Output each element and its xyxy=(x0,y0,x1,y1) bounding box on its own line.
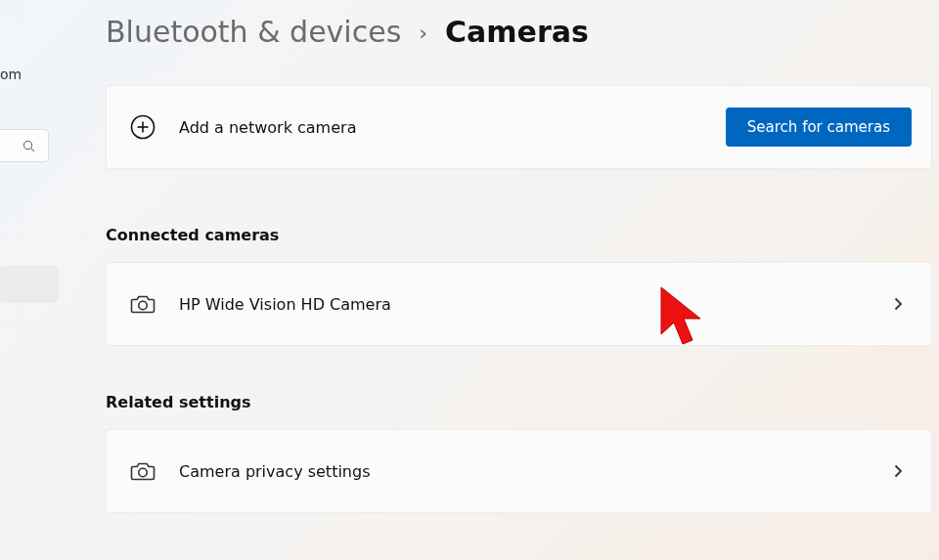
svg-point-0 xyxy=(24,141,32,149)
svg-point-5 xyxy=(139,301,147,309)
camera-icon xyxy=(130,291,156,317)
search-icon xyxy=(22,139,36,153)
breadcrumb: Bluetooth & devices › Cameras xyxy=(106,16,932,48)
add-network-camera-label: Add a network camera xyxy=(179,118,726,137)
camera-privacy-settings-row[interactable]: Camera privacy settings xyxy=(106,429,932,513)
breadcrumb-current: Cameras xyxy=(445,16,589,48)
chevron-right-icon: › xyxy=(419,21,427,45)
related-settings-heading: Related settings xyxy=(106,393,932,411)
camera-icon xyxy=(130,458,156,484)
connected-camera-row[interactable]: HP Wide Vision HD Camera xyxy=(106,262,932,346)
chevron-right-icon xyxy=(890,463,906,479)
svg-point-6 xyxy=(139,468,147,476)
svg-line-1 xyxy=(31,148,34,151)
plus-circle-icon xyxy=(130,114,156,140)
connected-camera-label: HP Wide Vision HD Camera xyxy=(179,295,890,314)
user-email-fragment: om xyxy=(0,66,22,82)
search-for-cameras-button[interactable]: Search for cameras xyxy=(726,108,912,147)
breadcrumb-parent[interactable]: Bluetooth & devices xyxy=(106,16,401,48)
connected-cameras-heading: Connected cameras xyxy=(106,226,932,244)
sidebar-active-item[interactable] xyxy=(0,266,59,303)
search-input[interactable] xyxy=(0,129,49,162)
chevron-right-icon xyxy=(890,296,906,312)
add-network-camera-row: Add a network camera Search for cameras xyxy=(106,85,932,169)
camera-privacy-label: Camera privacy settings xyxy=(179,462,890,481)
sidebar-fragment: om xyxy=(0,0,59,560)
main-content: Bluetooth & devices › Cameras Add a netw… xyxy=(106,16,932,513)
